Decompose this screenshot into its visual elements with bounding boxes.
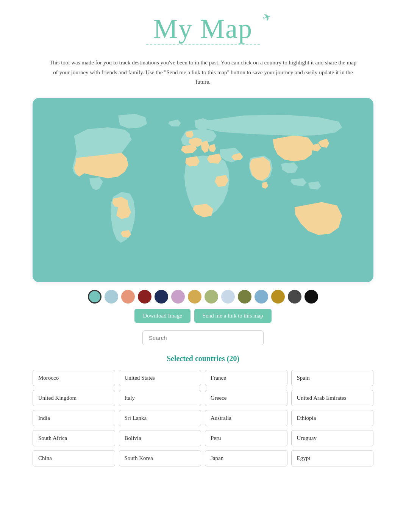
color-swatches-row [29,290,377,304]
country-item[interactable]: France [205,370,287,386]
country-item[interactable]: Peru [205,430,287,446]
swatch-olive[interactable] [238,290,251,304]
swatch-sky[interactable] [255,290,268,304]
country-item[interactable]: United States [119,370,201,386]
swatch-dark-gold[interactable] [271,290,285,304]
selected-countries-title: Selected countries (20) [29,354,377,363]
countries-grid: MoroccoUnited StatesFranceSpainUnited Ki… [33,370,373,466]
search-wrapper [29,330,377,345]
swatch-teal[interactable] [88,290,102,304]
country-item[interactable]: Australia [205,410,287,426]
swatch-gold[interactable] [188,290,201,304]
country-item[interactable]: United Arab Emirates [291,390,374,406]
world-map[interactable] [40,105,366,275]
swatch-navy[interactable] [155,290,168,304]
description-text: This tool was made for you to track dest… [48,58,358,87]
country-item[interactable]: Japan [205,450,287,466]
swatch-light-blue[interactable] [105,290,118,304]
swatch-dark-gray[interactable] [288,290,301,304]
swatch-black[interactable] [304,290,318,304]
country-item[interactable]: Sri Lanka [119,410,201,426]
swatch-pale-blue[interactable] [221,290,235,304]
map-container[interactable] [33,98,373,283]
action-buttons: Download Image Send me a link to this ma… [29,309,377,323]
country-item[interactable]: Greece [205,390,287,406]
country-item[interactable]: Uruguay [291,430,374,446]
country-item[interactable]: China [33,450,115,466]
dashed-line-decoration [146,44,260,45]
country-item[interactable]: Spain [291,370,374,386]
search-input[interactable] [142,330,264,345]
country-item[interactable]: South Africa [33,430,115,446]
download-button[interactable]: Download Image [134,309,191,323]
country-item[interactable]: Bolivia [119,430,201,446]
country-item[interactable]: Morocco [33,370,115,386]
country-item[interactable]: South Korea [119,450,201,466]
country-item[interactable]: Egypt [291,450,374,466]
country-item[interactable]: India [33,410,115,426]
country-item[interactable]: Ethiopia [291,410,374,426]
country-item[interactable]: United Kingdom [33,390,115,406]
swatch-red[interactable] [138,290,151,304]
swatch-lavender[interactable] [171,290,185,304]
country-item[interactable]: Italy [119,390,201,406]
swatch-salmon[interactable] [121,290,135,304]
page-header: ✈ My Map [29,8,377,49]
send-link-button[interactable]: Send me a link to this map [194,309,272,323]
page-title: My Map [29,15,377,42]
swatch-sage[interactable] [205,290,218,304]
